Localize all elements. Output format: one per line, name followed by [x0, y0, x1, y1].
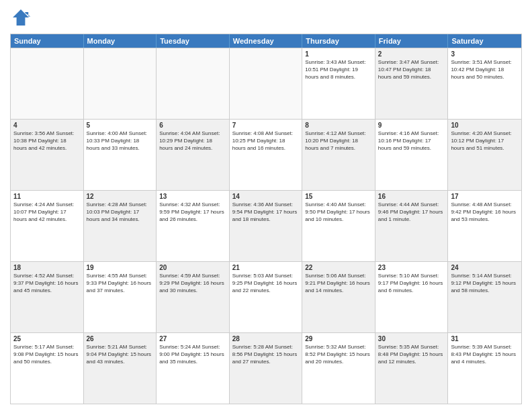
calendar-cell-31: 31Sunrise: 5:39 AM Sunset: 8:43 PM Dayli… — [448, 333, 521, 404]
day-info: Sunrise: 3:56 AM Sunset: 10:38 PM Daylig… — [13, 130, 81, 152]
day-number: 1 — [305, 50, 372, 58]
day-number: 24 — [451, 264, 519, 271]
day-number: 25 — [13, 335, 81, 342]
calendar-row-2: 11Sunrise: 4:24 AM Sunset: 10:07 PM Dayl… — [11, 190, 521, 261]
day-number: 23 — [378, 264, 445, 271]
day-number: 3 — [451, 50, 519, 58]
calendar-cell-3: 3Sunrise: 3:51 AM Sunset: 10:42 PM Dayli… — [448, 48, 521, 119]
day-info: Sunrise: 5:14 AM Sunset: 9:12 PM Dayligh… — [451, 273, 519, 294]
day-number: 12 — [87, 193, 154, 200]
day-info: Sunrise: 4:55 AM Sunset: 9:33 PM Dayligh… — [87, 273, 154, 294]
day-number: 29 — [305, 335, 372, 342]
calendar-cell-11: 11Sunrise: 4:24 AM Sunset: 10:07 PM Dayl… — [11, 191, 84, 261]
day-number: 13 — [159, 193, 226, 200]
day-info: Sunrise: 5:21 AM Sunset: 9:04 PM Dayligh… — [87, 344, 154, 365]
day-number: 28 — [232, 335, 300, 342]
calendar-cell-1: 1Sunrise: 3:43 AM Sunset: 10:51 PM Dayli… — [302, 48, 375, 119]
calendar-cell-5: 5Sunrise: 4:00 AM Sunset: 10:33 PM Dayli… — [84, 120, 157, 190]
day-number: 5 — [87, 122, 154, 129]
calendar-cell-empty-0-1 — [84, 48, 157, 119]
day-info: Sunrise: 4:24 AM Sunset: 10:07 PM Daylig… — [13, 201, 81, 223]
day-number: 7 — [232, 122, 300, 129]
day-number: 10 — [451, 122, 519, 129]
weekday-header-monday: Monday — [84, 34, 157, 48]
day-info: Sunrise: 3:51 AM Sunset: 10:42 PM Daylig… — [451, 59, 519, 81]
calendar-cell-22: 22Sunrise: 5:06 AM Sunset: 9:21 PM Dayli… — [302, 262, 375, 332]
weekday-header-friday: Friday — [375, 34, 449, 48]
day-number: 21 — [232, 264, 300, 271]
calendar-row-0: 1Sunrise: 3:43 AM Sunset: 10:51 PM Dayli… — [11, 48, 521, 119]
day-info: Sunrise: 5:03 AM Sunset: 9:25 PM Dayligh… — [232, 273, 300, 294]
calendar-cell-14: 14Sunrise: 4:36 AM Sunset: 9:54 PM Dayli… — [230, 191, 303, 261]
day-number: 15 — [305, 193, 372, 200]
day-number: 31 — [451, 335, 519, 342]
day-number: 4 — [13, 122, 81, 129]
day-number: 20 — [159, 264, 226, 271]
weekday-header-tuesday: Tuesday — [157, 34, 230, 48]
day-number: 11 — [13, 193, 81, 200]
calendar-cell-17: 17Sunrise: 4:48 AM Sunset: 9:42 PM Dayli… — [448, 191, 521, 261]
day-info: Sunrise: 4:00 AM Sunset: 10:33 PM Daylig… — [87, 130, 154, 152]
calendar-cell-empty-0-3 — [230, 48, 303, 119]
day-info: Sunrise: 5:35 AM Sunset: 8:48 PM Dayligh… — [378, 344, 445, 365]
logo — [10, 7, 34, 28]
day-number: 6 — [159, 122, 226, 129]
day-number: 9 — [378, 122, 445, 129]
day-info: Sunrise: 4:48 AM Sunset: 9:42 PM Dayligh… — [451, 201, 519, 223]
day-number: 14 — [232, 193, 300, 200]
calendar-cell-empty-0-0 — [11, 48, 84, 119]
weekday-header-sunday: Sunday — [11, 34, 84, 48]
day-info: Sunrise: 5:28 AM Sunset: 8:56 PM Dayligh… — [232, 344, 300, 365]
day-info: Sunrise: 5:17 AM Sunset: 9:08 PM Dayligh… — [13, 344, 81, 365]
day-number: 30 — [378, 335, 445, 342]
day-number: 19 — [87, 264, 154, 271]
day-info: Sunrise: 4:40 AM Sunset: 9:50 PM Dayligh… — [305, 201, 372, 223]
calendar: SundayMondayTuesdayWednesdayThursdayFrid… — [10, 34, 522, 404]
calendar-cell-12: 12Sunrise: 4:28 AM Sunset: 10:03 PM Dayl… — [84, 191, 157, 261]
calendar-cell-2: 2Sunrise: 3:47 AM Sunset: 10:47 PM Dayli… — [375, 48, 449, 119]
day-number: 22 — [305, 264, 372, 271]
calendar-cell-30: 30Sunrise: 5:35 AM Sunset: 8:48 PM Dayli… — [375, 333, 449, 404]
calendar-cell-29: 29Sunrise: 5:32 AM Sunset: 8:52 PM Dayli… — [302, 333, 375, 404]
weekday-header-wednesday: Wednesday — [230, 34, 303, 48]
calendar-cell-16: 16Sunrise: 4:44 AM Sunset: 9:46 PM Dayli… — [375, 191, 449, 261]
weekday-header-saturday: Saturday — [448, 34, 521, 48]
day-info: Sunrise: 5:24 AM Sunset: 9:00 PM Dayligh… — [159, 344, 226, 365]
calendar-cell-18: 18Sunrise: 4:52 AM Sunset: 9:37 PM Dayli… — [11, 262, 84, 332]
day-number: 8 — [305, 122, 372, 129]
day-info: Sunrise: 5:32 AM Sunset: 8:52 PM Dayligh… — [305, 344, 372, 365]
day-info: Sunrise: 4:28 AM Sunset: 10:03 PM Daylig… — [87, 201, 154, 223]
calendar-cell-25: 25Sunrise: 5:17 AM Sunset: 9:08 PM Dayli… — [11, 333, 84, 404]
day-number: 27 — [159, 335, 226, 342]
calendar-row-1: 4Sunrise: 3:56 AM Sunset: 10:38 PM Dayli… — [11, 119, 521, 190]
day-number: 16 — [378, 193, 445, 200]
calendar-cell-13: 13Sunrise: 4:32 AM Sunset: 9:59 PM Dayli… — [157, 191, 230, 261]
day-info: Sunrise: 4:16 AM Sunset: 10:16 PM Daylig… — [378, 130, 445, 152]
day-info: Sunrise: 4:36 AM Sunset: 9:54 PM Dayligh… — [232, 201, 300, 223]
day-number: 18 — [13, 264, 81, 271]
page: SundayMondayTuesdayWednesdayThursdayFrid… — [0, 0, 532, 411]
day-number: 26 — [87, 335, 154, 342]
calendar-cell-23: 23Sunrise: 5:10 AM Sunset: 9:17 PM Dayli… — [375, 262, 449, 332]
day-info: Sunrise: 4:08 AM Sunset: 10:25 PM Daylig… — [232, 130, 300, 152]
day-info: Sunrise: 5:06 AM Sunset: 9:21 PM Dayligh… — [305, 273, 372, 294]
calendar-cell-4: 4Sunrise: 3:56 AM Sunset: 10:38 PM Dayli… — [11, 120, 84, 190]
day-info: Sunrise: 4:12 AM Sunset: 10:20 PM Daylig… — [305, 130, 372, 152]
svg-marker-0 — [13, 9, 29, 26]
day-info: Sunrise: 4:52 AM Sunset: 9:37 PM Dayligh… — [13, 273, 81, 294]
day-info: Sunrise: 5:39 AM Sunset: 8:43 PM Dayligh… — [451, 344, 519, 365]
calendar-cell-6: 6Sunrise: 4:04 AM Sunset: 10:29 PM Dayli… — [157, 120, 230, 190]
calendar-cell-empty-0-2 — [157, 48, 230, 119]
header — [10, 7, 522, 28]
day-info: Sunrise: 3:43 AM Sunset: 10:51 PM Daylig… — [305, 59, 372, 81]
weekday-header-thursday: Thursday — [302, 34, 375, 48]
calendar-row-4: 25Sunrise: 5:17 AM Sunset: 9:08 PM Dayli… — [11, 332, 521, 404]
calendar-cell-27: 27Sunrise: 5:24 AM Sunset: 9:00 PM Dayli… — [157, 333, 230, 404]
calendar-cell-26: 26Sunrise: 5:21 AM Sunset: 9:04 PM Dayli… — [84, 333, 157, 404]
calendar-cell-19: 19Sunrise: 4:55 AM Sunset: 9:33 PM Dayli… — [84, 262, 157, 332]
day-info: Sunrise: 4:44 AM Sunset: 9:46 PM Dayligh… — [378, 201, 445, 223]
calendar-cell-20: 20Sunrise: 4:59 AM Sunset: 9:29 PM Dayli… — [157, 262, 230, 332]
day-number: 2 — [378, 50, 445, 58]
calendar-cell-28: 28Sunrise: 5:28 AM Sunset: 8:56 PM Dayli… — [230, 333, 303, 404]
calendar-cell-24: 24Sunrise: 5:14 AM Sunset: 9:12 PM Dayli… — [448, 262, 521, 332]
